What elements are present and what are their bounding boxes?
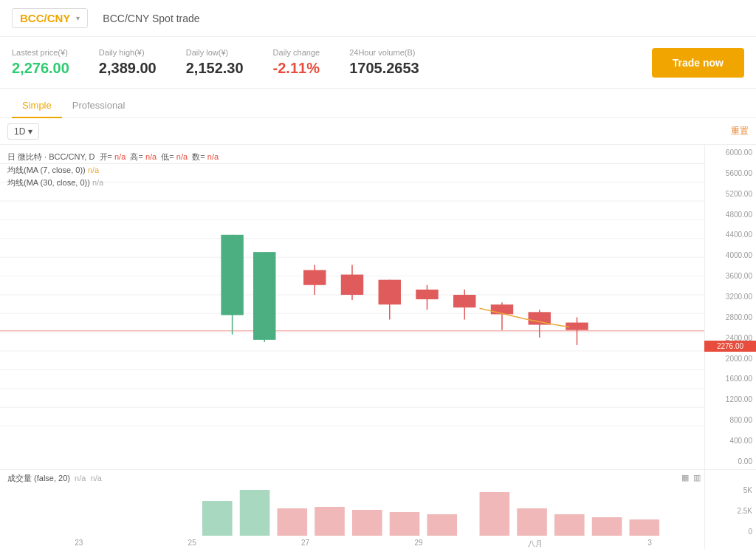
ma30-info: 均线(MA (30, close, 0)) n/a [7, 177, 219, 190]
trade-now-button[interactable]: Trade now [652, 48, 744, 78]
ma30-value: n/a [92, 178, 103, 187]
svg-rect-41 [390, 512, 420, 536]
volume-value: 1705.2653 [349, 60, 419, 77]
candlestick-svg [0, 145, 704, 445]
daily-high-label: Daily high(¥) [99, 48, 157, 57]
chart-wrapper: 1D ▾ 重置 日 微比特 · BCC/CNY, D 开= n/a 高= n/a… [0, 118, 756, 549]
ma30-label: 均线(MA (30, close, 0)) [7, 178, 90, 187]
svg-rect-17 [221, 235, 243, 316]
vol-icon-2[interactable]: ▥ [693, 473, 701, 482]
x-label-august: 八月 [528, 539, 543, 549]
chevron-down-icon: ▾ [76, 14, 80, 22]
svg-rect-39 [315, 507, 345, 536]
svg-rect-46 [592, 517, 622, 536]
latest-price-stat: Lastest price(¥) 2,276.00 [12, 48, 69, 77]
svg-rect-27 [416, 290, 438, 299]
y-label-5200: 5200.00 [705, 190, 756, 198]
y-label-5600: 5600.00 [705, 169, 756, 177]
y-label-6000: 6000.00 [705, 149, 756, 157]
y-label-1600: 1600.00 [705, 375, 756, 383]
vol-na2: n/a [91, 474, 102, 482]
timeframe-label: 1D [14, 126, 25, 137]
vol-y-0: 0 [705, 528, 756, 536]
low-label: 低= [161, 152, 173, 161]
svg-rect-44 [517, 508, 547, 536]
y-label-0: 0.00 [705, 457, 756, 466]
vol-y-5k: 5K [705, 486, 756, 494]
x-axis-labels: 23 25 27 29 八月 3 [22, 539, 704, 549]
x-label-29: 29 [414, 539, 422, 549]
timeframe-chevron-icon: ▾ [28, 126, 32, 137]
y-axis: 6000.00 5600.00 5200.00 4800.00 4400.00 … [704, 145, 756, 469]
close-label: 数= [192, 152, 205, 161]
vol-icon-1[interactable]: ▦ [681, 473, 689, 482]
daily-change-label: Daily change [273, 48, 320, 57]
svg-rect-21 [303, 270, 326, 284]
svg-rect-31 [491, 304, 513, 314]
chart-toolbar: 1D ▾ 重置 [0, 118, 756, 145]
ma7-info: 均线(MA (7, close, 0)) n/a [7, 164, 219, 177]
daily-high-stat: Daily high(¥) 2,389.00 [99, 48, 157, 77]
svg-rect-36 [202, 501, 233, 536]
svg-rect-37 [240, 490, 270, 536]
high-label: 高= [130, 152, 142, 161]
tab-simple[interactable]: Simple [12, 94, 62, 118]
vol-na1: n/a [75, 474, 86, 482]
timeframe-selector[interactable]: 1D ▾ [7, 123, 39, 140]
y-label-2000: 2000.00 [705, 355, 756, 363]
daily-change-stat: Daily change -2.11% [273, 48, 320, 77]
svg-rect-47 [630, 519, 660, 536]
daily-low-stat: Daily low(¥) 2,152.30 [186, 48, 244, 77]
latest-price-label: Lastest price(¥) [12, 48, 69, 57]
volume-y-axis: 5K 2.5K 0 [704, 470, 756, 549]
svg-rect-40 [352, 510, 382, 536]
svg-rect-35 [566, 323, 588, 330]
svg-rect-19 [253, 252, 275, 340]
ma7-value: n/a [88, 166, 99, 174]
pair-name: BCC/CNY [20, 12, 70, 24]
pair-subtitle: BCC/CNY Spot trade [103, 13, 199, 24]
daily-change-value: -2.11% [273, 60, 320, 77]
svg-rect-23 [341, 275, 363, 295]
volume-label: 24Hour volume(B) [349, 48, 419, 57]
open-label: 开= [100, 152, 112, 161]
price-tag: 2276.00 [704, 341, 756, 352]
main-chart: 日 微比特 · BCC/CNY, D 开= n/a 高= n/a 低= n/a … [0, 145, 756, 470]
volume-icons[interactable]: ▦ ▥ [681, 473, 701, 482]
y-label-3600: 3600.00 [705, 272, 756, 280]
y-label-4000: 4000.00 [705, 251, 756, 259]
volume-chart: 成交量 (false, 20) n/a n/a ▦ ▥ [0, 470, 756, 549]
stats-bar: Lastest price(¥) 2,276.00 Daily high(¥) … [0, 37, 756, 89]
svg-rect-25 [379, 280, 401, 304]
volume-stat: 24Hour volume(B) 1705.2653 [349, 48, 419, 77]
svg-rect-45 [554, 514, 585, 536]
x-label-3: 3 [647, 539, 652, 549]
svg-rect-38 [278, 508, 308, 536]
svg-rect-29 [453, 295, 475, 307]
volume-info: 成交量 (false, 20) n/a n/a [7, 473, 102, 484]
volume-label: 成交量 (false, 20) [7, 474, 70, 482]
chart-info: 日 微比特 · BCC/CNY, D 开= n/a 高= n/a 低= n/a … [7, 151, 219, 190]
y-label-3200: 3200.00 [705, 293, 756, 301]
pair-selector[interactable]: BCC/CNY ▾ [12, 8, 88, 28]
daily-low-label: Daily low(¥) [186, 48, 244, 57]
x-label-23: 23 [75, 539, 83, 549]
vol-y-2.5k: 2.5K [705, 507, 756, 515]
header: BCC/CNY ▾ BCC/CNY Spot trade [0, 0, 756, 37]
volume-svg [0, 486, 704, 536]
svg-rect-42 [427, 514, 457, 536]
chart-title-text: 日 微比特 · BCC/CNY, D [7, 152, 94, 161]
open-value: n/a [112, 152, 126, 161]
ma7-label: 均线(MA (7, close, 0)) [7, 166, 86, 174]
svg-rect-43 [480, 492, 510, 536]
daily-high-value: 2,389.00 [99, 60, 157, 77]
tab-professional[interactable]: Professional [62, 94, 136, 118]
tabs: Simple Professional [0, 89, 756, 118]
chart-title-label: 日 微比特 · BCC/CNY, D 开= n/a 高= n/a 低= n/a … [7, 151, 219, 164]
y-label-4400: 4400.00 [705, 231, 756, 239]
y-label-1200: 1200.00 [705, 395, 756, 403]
latest-price-value: 2,276.00 [12, 60, 69, 77]
x-label-27: 27 [301, 539, 309, 549]
y-label-2800: 2800.00 [705, 313, 756, 321]
reset-button[interactable]: 重置 [731, 125, 749, 137]
